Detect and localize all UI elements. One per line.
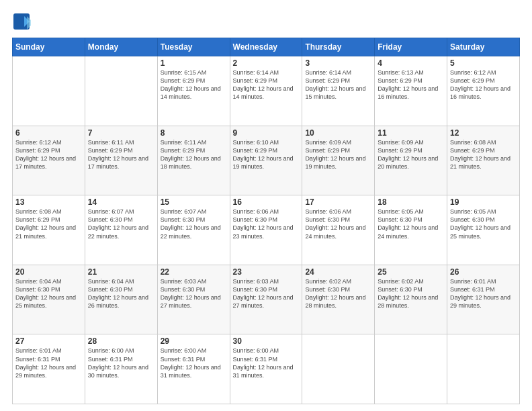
day-info: Sunrise: 6:14 AM Sunset: 6:29 PM Dayligh… — [233, 68, 300, 101]
calendar-cell — [85, 56, 157, 126]
day-number: 11 — [378, 128, 444, 138]
logo-icon — [12, 12, 31, 31]
day-info: Sunrise: 6:06 AM Sunset: 6:30 PM Dayligh… — [233, 208, 300, 240]
calendar-header-wednesday: Wednesday — [230, 38, 302, 56]
day-number: 23 — [233, 267, 300, 277]
calendar-cell: 8Sunrise: 6:11 AM Sunset: 6:29 PM Daylig… — [157, 126, 230, 195]
day-info: Sunrise: 6:09 AM Sunset: 6:29 PM Dayligh… — [305, 138, 371, 171]
calendar-header-monday: Monday — [85, 38, 157, 56]
day-number: 30 — [233, 336, 300, 346]
day-info: Sunrise: 6:07 AM Sunset: 6:30 PM Dayligh… — [161, 208, 227, 240]
calendar-cell: 10Sunrise: 6:09 AM Sunset: 6:29 PM Dayli… — [302, 126, 375, 195]
calendar-header-sunday: Sunday — [13, 38, 85, 56]
day-info: Sunrise: 6:12 AM Sunset: 6:29 PM Dayligh… — [450, 68, 517, 101]
day-number: 16 — [233, 197, 300, 207]
calendar-cell: 11Sunrise: 6:09 AM Sunset: 6:29 PM Dayli… — [375, 126, 447, 195]
day-info: Sunrise: 6:02 AM Sunset: 6:30 PM Dayligh… — [378, 277, 444, 310]
day-info: Sunrise: 6:11 AM Sunset: 6:29 PM Dayligh… — [161, 138, 227, 171]
day-number: 19 — [450, 197, 517, 207]
calendar-cell: 7Sunrise: 6:11 AM Sunset: 6:29 PM Daylig… — [85, 126, 157, 195]
calendar-cell: 6Sunrise: 6:12 AM Sunset: 6:29 PM Daylig… — [13, 126, 85, 195]
calendar-cell: 14Sunrise: 6:07 AM Sunset: 6:30 PM Dayli… — [85, 195, 157, 265]
svg-marker-2 — [27, 16, 31, 30]
day-number: 12 — [450, 128, 517, 138]
day-info: Sunrise: 6:06 AM Sunset: 6:30 PM Dayligh… — [305, 208, 371, 240]
day-number: 1 — [161, 58, 227, 68]
day-number: 25 — [378, 267, 444, 277]
day-number: 29 — [161, 336, 227, 346]
page: SundayMondayTuesdayWednesdayThursdayFrid… — [0, 0, 532, 411]
logo — [12, 12, 34, 31]
day-number: 22 — [161, 267, 227, 277]
calendar-cell: 30Sunrise: 6:00 AM Sunset: 6:31 PM Dayli… — [230, 334, 302, 404]
calendar-cell: 28Sunrise: 6:00 AM Sunset: 6:31 PM Dayli… — [85, 334, 157, 404]
day-info: Sunrise: 6:14 AM Sunset: 6:29 PM Dayligh… — [305, 68, 371, 101]
day-info: Sunrise: 6:00 AM Sunset: 6:31 PM Dayligh… — [233, 347, 300, 379]
calendar-cell: 15Sunrise: 6:07 AM Sunset: 6:30 PM Dayli… — [157, 195, 230, 265]
calendar-cell: 3Sunrise: 6:14 AM Sunset: 6:29 PM Daylig… — [302, 56, 375, 126]
calendar-cell: 5Sunrise: 6:12 AM Sunset: 6:29 PM Daylig… — [447, 56, 520, 126]
calendar-week-1: 1Sunrise: 6:15 AM Sunset: 6:29 PM Daylig… — [13, 56, 520, 126]
day-number: 17 — [305, 197, 371, 207]
day-number: 7 — [88, 128, 154, 138]
day-info: Sunrise: 6:15 AM Sunset: 6:29 PM Dayligh… — [161, 68, 227, 101]
day-info: Sunrise: 6:04 AM Sunset: 6:30 PM Dayligh… — [15, 277, 82, 310]
calendar-cell: 29Sunrise: 6:00 AM Sunset: 6:31 PM Dayli… — [157, 334, 230, 404]
calendar-week-2: 6Sunrise: 6:12 AM Sunset: 6:29 PM Daylig… — [13, 126, 520, 195]
calendar-cell — [375, 334, 447, 404]
calendar-cell: 20Sunrise: 6:04 AM Sunset: 6:30 PM Dayli… — [13, 265, 85, 334]
calendar-cell — [447, 334, 520, 404]
calendar-week-3: 13Sunrise: 6:08 AM Sunset: 6:29 PM Dayli… — [13, 195, 520, 265]
day-number: 9 — [233, 128, 300, 138]
day-info: Sunrise: 6:00 AM Sunset: 6:31 PM Dayligh… — [161, 347, 227, 379]
calendar-cell — [13, 56, 85, 126]
calendar-header-row: SundayMondayTuesdayWednesdayThursdayFrid… — [13, 38, 520, 56]
calendar-cell — [302, 334, 375, 404]
day-info: Sunrise: 6:03 AM Sunset: 6:30 PM Dayligh… — [233, 277, 300, 310]
day-info: Sunrise: 6:08 AM Sunset: 6:29 PM Dayligh… — [450, 138, 517, 171]
day-info: Sunrise: 6:02 AM Sunset: 6:30 PM Dayligh… — [305, 277, 371, 310]
day-info: Sunrise: 6:03 AM Sunset: 6:30 PM Dayligh… — [161, 277, 227, 310]
calendar-cell: 13Sunrise: 6:08 AM Sunset: 6:29 PM Dayli… — [13, 195, 85, 265]
day-number: 3 — [305, 58, 371, 68]
calendar-header-friday: Friday — [375, 38, 447, 56]
header — [12, 12, 520, 31]
day-number: 20 — [15, 267, 82, 277]
calendar-header-thursday: Thursday — [302, 38, 375, 56]
day-number: 14 — [88, 197, 154, 207]
day-info: Sunrise: 6:13 AM Sunset: 6:29 PM Dayligh… — [378, 68, 444, 101]
calendar-cell: 4Sunrise: 6:13 AM Sunset: 6:29 PM Daylig… — [375, 56, 447, 126]
day-number: 6 — [15, 128, 82, 138]
day-info: Sunrise: 6:05 AM Sunset: 6:30 PM Dayligh… — [378, 208, 444, 240]
day-info: Sunrise: 6:05 AM Sunset: 6:30 PM Dayligh… — [450, 208, 517, 240]
calendar-cell: 23Sunrise: 6:03 AM Sunset: 6:30 PM Dayli… — [230, 265, 302, 334]
day-number: 2 — [233, 58, 300, 68]
calendar-header-saturday: Saturday — [447, 38, 520, 56]
day-number: 26 — [450, 267, 517, 277]
day-info: Sunrise: 6:07 AM Sunset: 6:30 PM Dayligh… — [88, 208, 154, 240]
calendar-cell: 2Sunrise: 6:14 AM Sunset: 6:29 PM Daylig… — [230, 56, 302, 126]
calendar-week-5: 27Sunrise: 6:01 AM Sunset: 6:31 PM Dayli… — [13, 334, 520, 404]
day-info: Sunrise: 6:00 AM Sunset: 6:31 PM Dayligh… — [88, 347, 154, 379]
calendar-table: SundayMondayTuesdayWednesdayThursdayFrid… — [12, 38, 520, 404]
day-info: Sunrise: 6:01 AM Sunset: 6:31 PM Dayligh… — [450, 277, 517, 310]
day-number: 5 — [450, 58, 517, 68]
day-number: 28 — [88, 336, 154, 346]
calendar-cell: 22Sunrise: 6:03 AM Sunset: 6:30 PM Dayli… — [157, 265, 230, 334]
day-number: 10 — [305, 128, 371, 138]
calendar-cell: 17Sunrise: 6:06 AM Sunset: 6:30 PM Dayli… — [302, 195, 375, 265]
day-info: Sunrise: 6:09 AM Sunset: 6:29 PM Dayligh… — [378, 138, 444, 171]
calendar-cell: 19Sunrise: 6:05 AM Sunset: 6:30 PM Dayli… — [447, 195, 520, 265]
day-info: Sunrise: 6:11 AM Sunset: 6:29 PM Dayligh… — [88, 138, 154, 171]
day-number: 18 — [378, 197, 444, 207]
calendar-header-tuesday: Tuesday — [157, 38, 230, 56]
calendar-cell: 25Sunrise: 6:02 AM Sunset: 6:30 PM Dayli… — [375, 265, 447, 334]
calendar-cell: 18Sunrise: 6:05 AM Sunset: 6:30 PM Dayli… — [375, 195, 447, 265]
day-info: Sunrise: 6:10 AM Sunset: 6:29 PM Dayligh… — [233, 138, 300, 171]
day-number: 13 — [15, 197, 82, 207]
day-number: 15 — [161, 197, 227, 207]
calendar-cell: 24Sunrise: 6:02 AM Sunset: 6:30 PM Dayli… — [302, 265, 375, 334]
calendar-cell: 16Sunrise: 6:06 AM Sunset: 6:30 PM Dayli… — [230, 195, 302, 265]
day-number: 8 — [161, 128, 227, 138]
day-info: Sunrise: 6:01 AM Sunset: 6:31 PM Dayligh… — [15, 347, 82, 379]
